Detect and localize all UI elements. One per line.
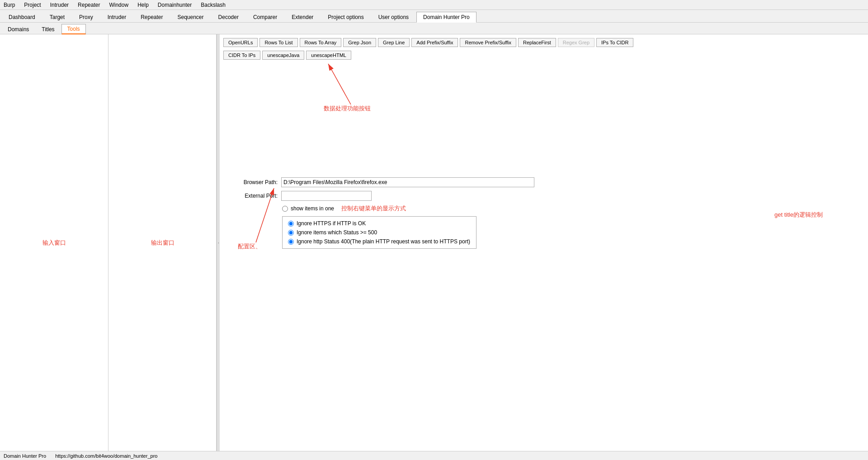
ignore-status-400-label: Ignore http Status 400(The plain HTTP re… [297, 238, 470, 245]
show-items-label: show items in one [291, 205, 334, 212]
ignore-https-label: Ignore HTTPS if HTTP is OK [297, 220, 366, 227]
tab-decoder[interactable]: Decoder [212, 12, 245, 22]
replace-first-button[interactable]: ReplaceFirst [518, 38, 556, 47]
sub-tab-bar: Domains Titles Tools [0, 23, 868, 34]
ignore-option-3: Ignore http Status 400(The plain HTTP re… [288, 238, 471, 245]
menu-backslash[interactable]: Backslash [199, 2, 227, 8]
main-tab-bar: Dashboard Target Proxy Intruder Repeater… [0, 10, 868, 23]
rows-to-array-button[interactable]: Rows To Array [300, 38, 342, 47]
menu-window[interactable]: Window [107, 2, 130, 8]
browser-path-input[interactable] [281, 177, 534, 187]
ips-to-cidr-button[interactable]: IPs To CIDR [596, 38, 633, 47]
add-prefix-suffix-button[interactable]: Add Prefix/Suffix [411, 38, 458, 47]
tab-extender[interactable]: Extender [285, 12, 320, 22]
grep-line-button[interactable]: Grep Line [378, 38, 410, 47]
annotation-get-title: get title的逻辑控制 [774, 211, 823, 219]
svg-line-3 [256, 188, 274, 242]
remove-prefix-suffix-button[interactable]: Remove Prefix/Suffix [460, 38, 516, 47]
tab-target[interactable]: Target [43, 12, 71, 22]
annotation-config-area: 配置区、 [238, 242, 261, 251]
tab-domain-hunter-pro[interactable]: Domain Hunter Pro [416, 12, 476, 23]
arrow-config [251, 184, 288, 247]
external-port-input[interactable] [281, 191, 372, 201]
ignore-status-400-radio[interactable] [288, 239, 294, 245]
ignore-https-radio[interactable] [288, 221, 294, 227]
tab-repeater[interactable]: Repeater [134, 12, 170, 22]
toolbar-buttons-container: OpenURLs Rows To List Rows To Array Grep… [223, 38, 864, 47]
tab-domains[interactable]: Domains [2, 24, 35, 34]
status-bar: Domain Hunter Pro https://github.com/bit… [0, 451, 868, 460]
ignore-option-2: Ignore items which Status >= 500 [288, 229, 471, 236]
unescape-html-button[interactable]: unescapeHTML [306, 51, 351, 60]
arrow-data-buttons [315, 59, 360, 109]
rows-to-list-button[interactable]: Rows To List [259, 38, 297, 47]
menu-intruder[interactable]: Intruder [48, 2, 71, 8]
input-panel: 输入窗口 [0, 34, 108, 451]
cidr-to-ips-button[interactable]: CIDR To IPs [223, 51, 260, 60]
browser-path-row: Browser Path: [228, 177, 864, 187]
tab-dashboard[interactable]: Dashboard [2, 12, 42, 22]
menu-domainhunter[interactable]: Domainhunter [156, 2, 193, 8]
tools-panel: OpenURLs Rows To List Rows To Array Grep… [220, 34, 868, 451]
ignore-status-500-label: Ignore items which Status >= 500 [297, 229, 377, 236]
menu-help[interactable]: Help [136, 2, 151, 8]
tab-tools[interactable]: Tools [61, 24, 86, 34]
tab-intruder[interactable]: Intruder [101, 12, 133, 22]
tab-titles[interactable]: Titles [36, 24, 60, 34]
annotation-data-buttons: 数据处理功能按钮 [324, 104, 371, 113]
menu-burp[interactable]: Burp [2, 2, 17, 8]
toolbar-buttons-row2: CIDR To IPs unescapeJava unescapeHTML [223, 51, 864, 60]
menu-bar: Burp Project Intruder Repeater Window He… [0, 0, 868, 10]
menu-project[interactable]: Project [22, 2, 42, 8]
open-urls-button[interactable]: OpenURLs [223, 38, 258, 47]
external-port-row: External Port: [228, 191, 864, 201]
ignore-options-box: Ignore HTTPS if HTTP is OK Ignore items … [282, 216, 476, 249]
unescape-java-button[interactable]: unescapeJava [262, 51, 304, 60]
menu-repeater[interactable]: Repeater [76, 2, 102, 8]
tab-comparer[interactable]: Comparer [246, 12, 284, 22]
ignore-status-500-radio[interactable] [288, 230, 294, 236]
status-app-name: Domain Hunter Pro [4, 453, 46, 459]
tab-project-options[interactable]: Project options [321, 12, 370, 22]
input-panel-label: 输入窗口 [42, 239, 66, 247]
config-area: Browser Path: External Port: show items … [223, 177, 864, 249]
svg-line-1 [328, 64, 351, 104]
tab-user-options[interactable]: User options [372, 12, 415, 22]
grep-json-button[interactable]: Grep Json [343, 38, 376, 47]
status-url: https://github.com/bit4woo/domain_hunter… [55, 453, 157, 459]
annotation-show-items: 控制右键菜单的显示方式 [341, 204, 406, 213]
ignore-option-1: Ignore HTTPS if HTTP is OK [288, 220, 471, 227]
output-panel: 输出窗口 [108, 34, 217, 451]
regex-grep-button[interactable]: Regex Grep [558, 38, 594, 47]
tab-proxy[interactable]: Proxy [72, 12, 100, 22]
main-content: 输入窗口 输出窗口 OpenURLs Rows To List Rows To … [0, 34, 868, 451]
output-panel-label: 输出窗口 [151, 239, 175, 247]
tab-sequencer[interactable]: Sequencer [171, 12, 211, 22]
